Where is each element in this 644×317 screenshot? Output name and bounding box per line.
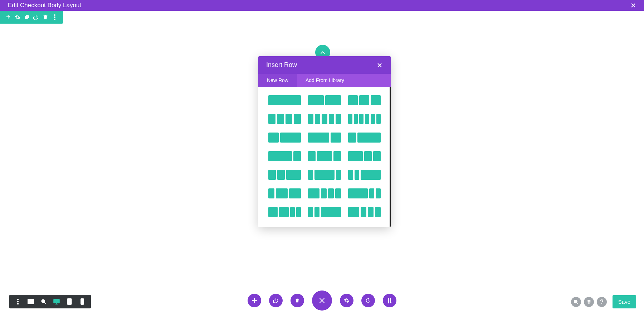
layout-option[interactable] xyxy=(268,170,301,180)
zoom-button[interactable] xyxy=(37,295,50,308)
popover-title: Insert Row xyxy=(266,61,297,69)
more-icon xyxy=(54,14,55,20)
tab-add-from-library[interactable]: Add From Library xyxy=(297,74,353,87)
power-icon xyxy=(33,14,39,20)
view-menu-button[interactable] xyxy=(11,295,24,308)
close-icon xyxy=(631,3,636,8)
desktop-icon xyxy=(53,299,60,304)
svg-point-0 xyxy=(54,14,55,16)
delete-button[interactable] xyxy=(41,12,50,22)
layout-option[interactable] xyxy=(308,170,341,180)
layout-option[interactable] xyxy=(348,170,381,180)
layout-option[interactable] xyxy=(268,151,301,161)
help-save-group: Save xyxy=(571,295,636,308)
popover-tabs: New Row Add From Library xyxy=(258,74,391,87)
gear-icon xyxy=(344,298,350,303)
settings-button[interactable] xyxy=(13,12,22,22)
layout-option[interactable] xyxy=(308,207,341,217)
phone-icon xyxy=(80,298,84,305)
layout-option[interactable] xyxy=(268,95,301,105)
power-icon xyxy=(273,298,279,303)
more-icon xyxy=(17,299,19,304)
save-button[interactable]: Save xyxy=(613,295,636,308)
power-button[interactable] xyxy=(31,12,41,22)
svg-rect-6 xyxy=(28,299,30,301)
layout-grid xyxy=(258,87,391,227)
layers-button[interactable] xyxy=(584,297,594,307)
page-actions xyxy=(248,290,396,311)
popover-header: Insert Row xyxy=(258,56,391,74)
trash-icon xyxy=(295,298,300,303)
page-title: Edit Checkout Body Layout xyxy=(8,2,81,9)
svg-point-3 xyxy=(17,299,19,300)
close-icon xyxy=(319,297,325,304)
svg-line-11 xyxy=(44,302,46,304)
svg-point-5 xyxy=(17,303,19,304)
move-icon xyxy=(5,14,11,20)
svg-rect-9 xyxy=(31,302,34,304)
history-icon xyxy=(365,298,371,303)
layout-option[interactable] xyxy=(348,188,381,198)
popover-close-button[interactable] xyxy=(376,62,383,68)
gear-icon xyxy=(15,14,20,20)
close-icon xyxy=(377,63,382,68)
desktop-view-button[interactable] xyxy=(50,295,63,308)
svg-point-4 xyxy=(17,301,19,302)
layout-option[interactable] xyxy=(268,188,301,198)
search-icon xyxy=(574,299,579,304)
trash-icon xyxy=(43,14,48,20)
clear-button[interactable] xyxy=(291,294,304,307)
layout-option[interactable] xyxy=(308,188,341,198)
plus-icon xyxy=(252,298,257,303)
wireframe-icon xyxy=(28,299,34,304)
layout-option[interactable] xyxy=(268,133,301,143)
layout-option[interactable] xyxy=(348,207,381,217)
svg-rect-8 xyxy=(28,302,30,304)
add-button[interactable] xyxy=(248,294,261,307)
move-button[interactable] xyxy=(4,12,13,22)
layout-option[interactable] xyxy=(348,95,381,105)
layout-option[interactable] xyxy=(268,114,301,124)
layout-option[interactable] xyxy=(308,114,341,124)
tablet-view-button[interactable] xyxy=(63,295,76,308)
view-toolbar xyxy=(9,295,91,308)
svg-point-19 xyxy=(574,300,577,303)
history-button[interactable] xyxy=(361,294,375,307)
help-button[interactable] xyxy=(597,297,607,307)
page-settings-button[interactable] xyxy=(340,294,353,307)
layers-icon xyxy=(586,299,591,304)
duplicate-icon xyxy=(24,14,30,20)
sort-icon xyxy=(387,298,392,303)
svg-point-2 xyxy=(54,19,55,20)
tablet-icon xyxy=(67,298,72,305)
chevron-up-icon xyxy=(320,51,326,54)
layout-option[interactable] xyxy=(308,95,341,105)
svg-rect-7 xyxy=(31,299,34,301)
svg-line-20 xyxy=(577,302,578,304)
layout-option[interactable] xyxy=(268,207,301,217)
popover-body-wrap xyxy=(258,87,391,227)
close-editor-button[interactable] xyxy=(630,3,636,8)
topbar: Edit Checkout Body Layout xyxy=(0,0,644,11)
question-icon xyxy=(600,299,603,304)
search-help-button[interactable] xyxy=(571,297,581,307)
insert-row-popover: Insert Row New Row Add From Library xyxy=(258,56,391,227)
zoom-icon xyxy=(41,299,47,304)
reorder-button[interactable] xyxy=(383,294,396,307)
close-panel-button[interactable] xyxy=(312,290,332,311)
svg-point-10 xyxy=(42,299,45,303)
layout-option[interactable] xyxy=(348,133,381,143)
layout-option[interactable] xyxy=(308,133,341,143)
svg-rect-12 xyxy=(54,299,59,303)
svg-point-1 xyxy=(54,16,55,18)
layout-option[interactable] xyxy=(348,114,381,124)
duplicate-button[interactable] xyxy=(22,12,31,22)
more-button[interactable] xyxy=(50,12,59,22)
phone-view-button[interactable] xyxy=(76,295,89,308)
layout-option[interactable] xyxy=(348,151,381,161)
wireframe-view-button[interactable] xyxy=(24,295,37,308)
layout-option[interactable] xyxy=(308,151,341,161)
tab-new-row[interactable]: New Row xyxy=(258,74,297,87)
toggle-button[interactable] xyxy=(269,294,283,307)
section-toolbar xyxy=(0,11,63,24)
